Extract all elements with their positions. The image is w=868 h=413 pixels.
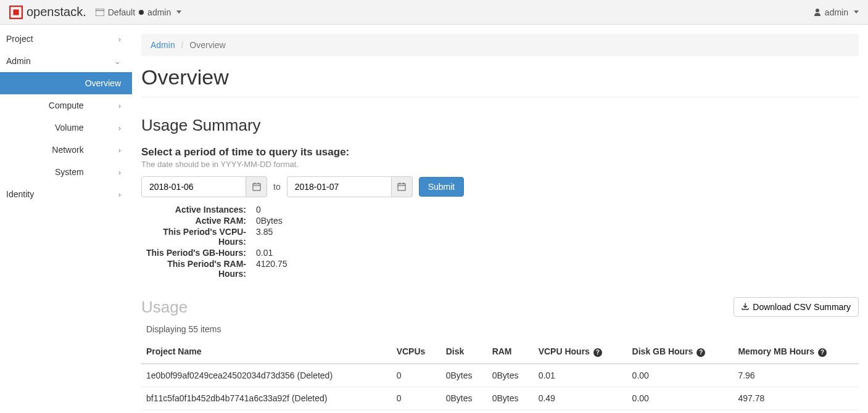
chevron-right-icon: › — [118, 101, 121, 110]
sidebar-item-project[interactable]: Project › — [0, 28, 132, 50]
cell-ram: 0Bytes — [487, 386, 534, 409]
usage-header: Usage Download CSV Summary — [141, 297, 859, 317]
stat-value: 4120.75 — [256, 259, 287, 269]
topbar-left: openstack. Default admin — [9, 5, 181, 19]
sidebar-item-label: Admin — [6, 56, 31, 66]
sidebar-item-label: Network — [52, 145, 83, 155]
help-icon[interactable]: ? — [593, 348, 602, 357]
chevron-right-icon: › — [118, 190, 121, 199]
column-header[interactable]: Project Name — [141, 340, 392, 364]
cell-vcpu_hours: 0.01 — [534, 364, 627, 387]
usage-title: Usage — [141, 298, 188, 317]
column-header[interactable]: VCPUs — [392, 340, 441, 364]
to-date-input[interactable] — [287, 176, 392, 197]
main-content: Admin / Overview Overview Usage Summary … — [132, 25, 868, 413]
sidebar-item-label: Volume — [55, 123, 84, 133]
cell-ram: 0Bytes — [487, 364, 534, 387]
cell-name: bf11c5fa0f1b452db4b7741a6c33a92f (Delete… — [141, 386, 392, 409]
chevron-right-icon: › — [118, 145, 121, 155]
project-selector[interactable]: Default admin — [96, 7, 182, 17]
cell-ram: 0Bytes — [487, 409, 534, 413]
download-csv-button[interactable]: Download CSV Summary — [734, 297, 859, 317]
page-title: Overview — [141, 65, 859, 97]
cell-vcpus: 0 — [392, 386, 441, 409]
sidebar-item-label: Compute — [49, 100, 84, 110]
sidebar-item-compute[interactable]: Compute › — [0, 94, 132, 117]
submit-button[interactable]: Submit — [419, 177, 465, 197]
dot-separator-icon — [139, 10, 144, 15]
sidebar-item-network[interactable]: Network › — [0, 139, 132, 161]
caret-down-icon — [854, 10, 859, 14]
table-header-row: Project Name VCPUs Disk RAM VCPU Hours ?… — [141, 340, 859, 364]
cell-name: 1e0b0f99af0249cea24502034d73d356 (Delete… — [141, 364, 392, 387]
from-date-group — [141, 176, 267, 197]
cell-disk_gb_hours: 0.00 — [627, 364, 734, 387]
sidebar-item-label: Overview — [85, 78, 121, 88]
to-label: to — [273, 182, 281, 192]
user-menu[interactable]: admin — [814, 7, 859, 17]
usage-table: Project Name VCPUs Disk RAM VCPU Hours ?… — [141, 340, 859, 413]
table-row: ea1f2f357c09465eb6991edf7079efbe (Delete… — [141, 409, 859, 413]
from-date-input[interactable] — [141, 176, 246, 197]
stat-row: Active RAM:0Bytes — [141, 216, 859, 226]
column-header[interactable]: Memory MB Hours ? — [733, 340, 859, 364]
cell-vcpus: 0 — [392, 409, 441, 413]
svg-rect-9 — [398, 184, 405, 190]
column-header[interactable]: Disk GB Hours ? — [627, 340, 734, 364]
stat-row: This Period's RAM-Hours:4120.75 — [141, 259, 859, 279]
breadcrumb-separator: / — [181, 40, 184, 50]
from-calendar-button[interactable] — [246, 176, 267, 197]
svg-point-4 — [816, 9, 819, 12]
domain-label: Default — [108, 7, 135, 17]
stat-label: This Period's RAM-Hours: — [141, 259, 246, 279]
cell-disk: 0Bytes — [441, 409, 487, 413]
caret-down-icon — [176, 10, 181, 14]
stat-value: 0.01 — [256, 248, 273, 258]
stat-value: 0 — [256, 205, 261, 215]
to-date-group — [287, 176, 413, 197]
stat-row: This Period's VCPU-Hours:3.85 — [141, 227, 859, 247]
chevron-right-icon: › — [118, 123, 121, 133]
window-icon — [96, 9, 104, 16]
sidebar-item-system[interactable]: System › — [0, 161, 132, 183]
chevron-down-icon: ⌄ — [114, 57, 121, 66]
sidebar: Project › Admin ⌄ Overview Compute › Vol… — [0, 25, 132, 413]
stat-label: Active Instances: — [141, 205, 246, 215]
brand-logo[interactable]: openstack. — [9, 5, 86, 19]
cell-disk: 0Bytes — [441, 364, 487, 387]
stat-label: This Period's VCPU-Hours: — [141, 227, 246, 247]
project-label: admin — [147, 7, 171, 17]
sidebar-item-label: Identity — [6, 189, 34, 199]
cell-disk_gb_hours: 0.00 — [627, 386, 734, 409]
cell-vcpus: 0 — [392, 364, 441, 387]
sidebar-item-identity[interactable]: Identity › — [0, 183, 132, 205]
user-label: admin — [825, 7, 848, 17]
help-icon[interactable]: ? — [696, 348, 705, 357]
to-calendar-button[interactable] — [392, 176, 413, 197]
stat-row: This Period's GB-Hours:0.01 — [141, 248, 859, 258]
stat-value: 3.85 — [256, 227, 273, 237]
query-label: Select a period of time to query its usa… — [141, 146, 859, 158]
column-header[interactable]: RAM — [487, 340, 534, 364]
download-icon — [742, 303, 749, 311]
sidebar-item-admin[interactable]: Admin ⌄ — [0, 50, 132, 72]
breadcrumb-parent[interactable]: Admin — [151, 40, 175, 50]
calendar-icon — [252, 182, 261, 191]
help-icon[interactable]: ? — [818, 348, 827, 357]
cell-vcpu_hours: 0.11 — [534, 409, 627, 413]
cell-vcpu_hours: 0.49 — [534, 386, 627, 409]
cell-mem_mb_hours: 7.96 — [733, 364, 859, 387]
sidebar-item-overview[interactable]: Overview — [0, 72, 132, 94]
column-header[interactable]: VCPU Hours ? — [534, 340, 627, 364]
sidebar-item-volume[interactable]: Volume › — [0, 117, 132, 139]
cell-mem_mb_hours: 110.93 — [733, 409, 859, 413]
svg-rect-2 — [96, 9, 104, 16]
user-icon — [814, 8, 821, 16]
calendar-icon — [397, 182, 406, 191]
topbar: openstack. Default admin admin — [0, 0, 868, 25]
column-header[interactable]: Disk — [441, 340, 487, 364]
stat-value: 0Bytes — [256, 216, 283, 226]
cell-disk_gb_hours: 0.00 — [627, 409, 734, 413]
stat-label: This Period's GB-Hours: — [141, 248, 246, 258]
cell-disk: 0Bytes — [441, 386, 487, 409]
